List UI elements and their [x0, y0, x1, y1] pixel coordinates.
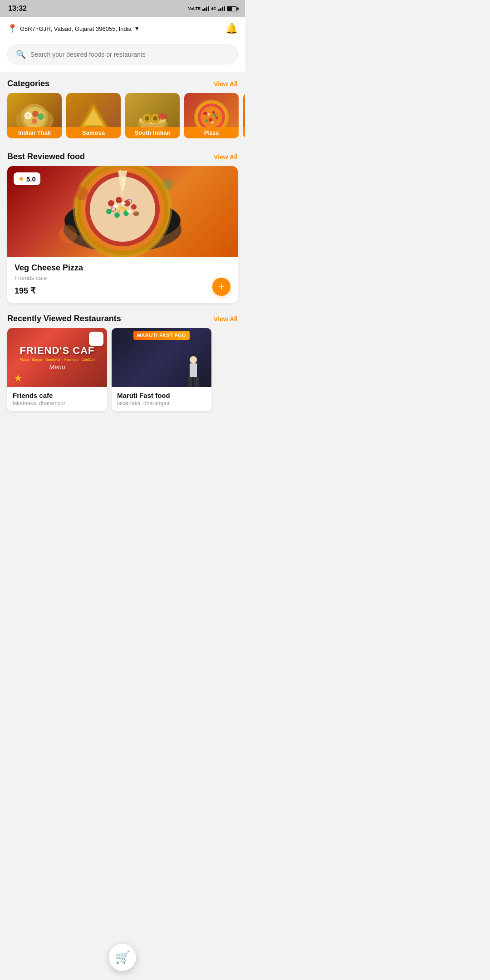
category-label-samosa: Samosa [66, 127, 121, 138]
svg-point-53 [116, 197, 122, 203]
status-icons: VoLTE 4G [188, 6, 237, 11]
location-text: G5R7+GJH, Valsad, Gujarat 396055, India [20, 25, 132, 32]
category-label-pizza: Pizza [184, 127, 239, 138]
svg-point-4 [32, 111, 39, 117]
maruti-background: MARUTI FAST FOO [112, 328, 211, 387]
pizza-food-illustration [45, 166, 200, 257]
food-card-info: Veg Cheese Pizza Friends cafe 195 ₹ + [7, 257, 238, 303]
location-pin-icon: 📍 [7, 24, 17, 34]
categories-scroll: Indian Thali Samosa [0, 93, 245, 145]
svg-point-66 [121, 202, 126, 205]
category-item-indian-thali[interactable]: Indian Thali [7, 93, 62, 138]
categories-header: Categories View All [0, 72, 245, 93]
search-input[interactable] [30, 51, 229, 58]
rating-value: 5.0 [26, 175, 36, 183]
svg-rect-75 [190, 363, 197, 377]
cafe-star-icon [14, 373, 23, 382]
svg-point-55 [131, 204, 137, 210]
restaurant-image-friends-cafe: FRIEND'S CAF Pizza · Burger · Sandwich ·… [7, 328, 107, 387]
svg-point-32 [211, 122, 214, 124]
restaurant-card-friends-cafe[interactable]: FRIEND'S CAF Pizza · Burger · Sandwich ·… [7, 328, 107, 411]
svg-point-19 [153, 116, 157, 121]
status-bar: 13:32 VoLTE 4G [0, 0, 245, 17]
maruti-sign: MARUTI FAST FOO [133, 331, 190, 340]
star-icon: ★ [18, 175, 24, 183]
restaurant-name-friends-cafe: Friends cafe [13, 392, 102, 399]
food-name: Veg Cheese Pizza [15, 263, 230, 273]
svg-point-74 [190, 356, 197, 363]
friends-cafe-menu: Menu [49, 363, 65, 371]
svg-point-29 [206, 119, 208, 122]
svg-point-24 [201, 106, 222, 128]
volte-indicator: VoLTE [188, 6, 201, 11]
signal-strength [202, 6, 209, 11]
svg-rect-77 [194, 377, 199, 387]
svg-point-65 [127, 210, 132, 213]
category-label-south-indian: South Indian [125, 127, 180, 138]
friends-cafe-title: FRIEND'S CAF [20, 345, 94, 357]
restaurant-image-maruti: MARUTI FAST FOO [112, 328, 211, 387]
search-bar[interactable]: 🔍 [7, 44, 238, 64]
best-reviewed-view-all[interactable]: View All [214, 153, 238, 161]
restaurant-name-maruti: Maruti Fast food [117, 392, 206, 399]
recently-viewed-section: Recently Viewed Restaurants View All FRI… [0, 307, 245, 454]
svg-point-57 [114, 212, 120, 218]
food-restaurant: Friends cafe [15, 274, 230, 281]
status-time: 13:32 [8, 5, 27, 13]
add-to-cart-button[interactable]: + [212, 278, 230, 296]
svg-point-17 [145, 116, 149, 121]
svg-point-25 [203, 112, 207, 115]
categories-title: Categories [7, 79, 49, 88]
svg-point-63 [118, 210, 120, 212]
signal-strength-2 [218, 6, 225, 11]
battery-icon [227, 6, 237, 11]
restaurant-location-maruti: lakatnaka, dharampur [117, 400, 206, 407]
svg-point-6 [32, 118, 37, 124]
restaurant-card-maruti[interactable]: MARUTI FAST FOO Maruti Fast food lakatna… [112, 328, 211, 411]
svg-point-70 [75, 186, 88, 200]
restaurant-location-friends-cafe: lakatnaka, dharampur [13, 400, 102, 407]
svg-point-30 [214, 114, 216, 117]
svg-point-28 [216, 117, 218, 119]
recently-viewed-header: Recently Viewed Restaurants View All [0, 307, 245, 328]
svg-point-7 [26, 113, 30, 118]
best-reviewed-title: Best Reviewed food [7, 152, 85, 162]
notification-bell-icon[interactable]: 🔔 [225, 23, 238, 34]
restaurant-info-maruti: Maruti Fast food lakatnaka, dharampur [112, 387, 211, 411]
svg-point-26 [212, 111, 215, 114]
recently-viewed-title: Recently Viewed Restaurants [7, 314, 121, 323]
best-reviewed-header: Best Reviewed food View All [0, 145, 245, 166]
svg-point-27 [209, 118, 212, 122]
restaurant-info-friends-cafe: Friends cafe lakatnaka, dharampur [7, 387, 107, 411]
favorite-button-friends-cafe[interactable]: ♡ [89, 332, 103, 346]
food-card-veg-cheese-pizza[interactable]: ★ 5.0 Veg Cheese Pizza Friends cafe 195 … [7, 166, 238, 303]
svg-point-61 [120, 206, 123, 209]
food-price: 195 ₹ [15, 286, 230, 296]
search-container: 🔍 [0, 40, 245, 72]
category-label-burger: Burger [243, 127, 245, 138]
location-area[interactable]: 📍 G5R7+GJH, Valsad, Gujarat 396055, Indi… [7, 24, 140, 34]
svg-rect-76 [188, 377, 192, 387]
svg-point-62 [123, 208, 126, 211]
rating-badge: ★ 5.0 [14, 172, 40, 185]
category-item-burger[interactable]: Burger [243, 93, 245, 138]
svg-point-5 [38, 113, 44, 120]
friends-cafe-subtitle: Pizza · Burger · Sandwich · Fastfood · C… [20, 358, 95, 362]
food-card-image: ★ 5.0 [7, 166, 238, 257]
svg-rect-68 [135, 214, 137, 216]
svg-marker-73 [15, 374, 22, 382]
person-silhouette [184, 351, 202, 387]
header: 📍 G5R7+GJH, Valsad, Gujarat 396055, Indi… [0, 17, 245, 40]
search-icon: 🔍 [16, 49, 26, 59]
category-label-indian-thali: Indian Thali [7, 127, 62, 138]
categories-view-all[interactable]: View All [214, 80, 238, 88]
recently-viewed-view-all[interactable]: View All [214, 315, 238, 323]
svg-point-31 [208, 113, 210, 116]
category-item-samosa[interactable]: Samosa [66, 93, 121, 138]
category-item-south-indian[interactable]: South Indian [125, 93, 180, 138]
dropdown-arrow-icon[interactable]: ▼ [134, 25, 140, 32]
best-reviewed-section: Best Reviewed food View All [0, 145, 245, 307]
svg-point-64 [113, 204, 118, 208]
svg-point-72 [59, 225, 77, 243]
category-item-pizza[interactable]: Pizza [184, 93, 239, 138]
